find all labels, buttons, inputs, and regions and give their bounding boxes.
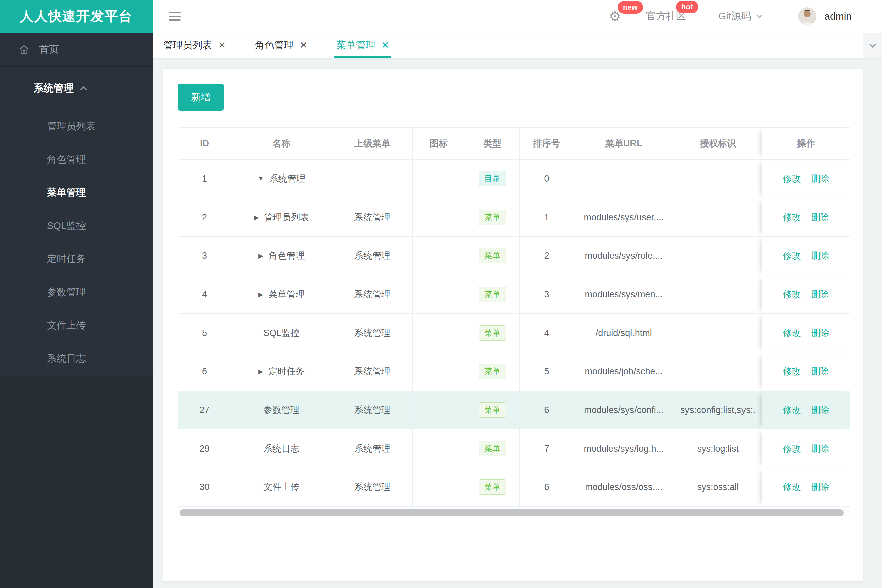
tree-toggle-icon[interactable]: ▶ [258, 291, 263, 298]
delete-link[interactable]: 删除 [811, 327, 829, 339]
tab[interactable]: 管理员列表 ✕ [163, 33, 226, 58]
cell-type: 菜单 [465, 237, 520, 275]
tab[interactable]: 角色管理 ✕ [254, 33, 307, 58]
column-header: 操作 [762, 128, 850, 160]
edit-link[interactable]: 修改 [783, 172, 801, 185]
cell-name: SQL监控 [231, 314, 332, 352]
cell-name: 文件上传 [231, 468, 332, 507]
edit-link[interactable]: 修改 [783, 442, 801, 454]
chevron-down-icon [869, 41, 876, 48]
tree-toggle-icon[interactable]: ▶ [258, 252, 263, 260]
tree-toggle-icon[interactable]: ▼ [258, 175, 264, 182]
sidebar-submenu-label: 管理员列表 [47, 120, 96, 133]
cell-icon [413, 391, 465, 429]
edit-link[interactable]: 修改 [783, 481, 801, 493]
topbar-right: ⚙ new 官方社区 hot Git源码 admin [609, 8, 852, 26]
cell-parent: 系统管理 [332, 352, 413, 391]
cell-icon [413, 352, 465, 391]
cell-sort: 2 [520, 237, 574, 275]
cell-auth [674, 275, 762, 314]
username[interactable]: admin [824, 11, 852, 22]
table-row: 27 参数管理 系统管理 菜单 6 modules/sys/confi... s… [178, 391, 850, 429]
horizontal-scrollbar-thumb[interactable] [180, 509, 844, 516]
git-source-menu[interactable]: Git源码 [718, 9, 761, 23]
sidebar-submenu-item[interactable]: 定时任务 [0, 242, 153, 276]
delete-link[interactable]: 删除 [811, 288, 829, 300]
cell-icon [413, 429, 465, 468]
sidebar-submenu-item[interactable]: 参数管理 [0, 276, 153, 309]
column-header: 菜单URL [574, 128, 674, 160]
cell-url: modules/sys/confi... [574, 391, 674, 429]
delete-link[interactable]: 删除 [811, 365, 829, 378]
sidebar-submenu-item[interactable]: 角色管理 [0, 143, 153, 176]
sidebar-submenu-item[interactable]: 系统日志 [0, 342, 153, 375]
cell-id: 1 [178, 160, 231, 198]
cell-actions: 修改 删除 [762, 352, 850, 391]
new-badge: new [618, 1, 643, 14]
cell-type: 菜单 [465, 198, 520, 237]
edit-link[interactable]: 修改 [783, 404, 801, 416]
edit-link[interactable]: 修改 [783, 288, 801, 300]
cell-type: 目录 [465, 160, 520, 198]
community-link[interactable]: 官方社区 hot [646, 9, 686, 23]
add-button[interactable]: 新增 [178, 84, 224, 111]
horizontal-scrollbar-track[interactable] [178, 509, 850, 516]
cell-type: 菜单 [465, 352, 520, 391]
sidebar-submenu-item[interactable]: 菜单管理 [0, 176, 153, 209]
delete-link[interactable]: 删除 [811, 442, 829, 454]
cell-actions: 修改 删除 [762, 160, 850, 198]
tree-toggle-icon[interactable]: ▶ [258, 368, 263, 375]
cell-name: ▶ 角色管理 [231, 237, 332, 275]
cell-actions: 修改 删除 [762, 237, 850, 275]
tab[interactable]: 菜单管理 ✕ [337, 33, 389, 58]
tab-close-icon[interactable]: ✕ [218, 40, 226, 50]
edit-link[interactable]: 修改 [783, 211, 801, 223]
cell-id: 4 [178, 275, 231, 314]
edit-link[interactable]: 修改 [783, 250, 801, 262]
column-header-label: 名称 [272, 138, 290, 150]
cell-sort: 4 [520, 314, 574, 352]
cell-url: modules/oss/oss.... [574, 468, 674, 507]
cell-sort: 1 [520, 198, 574, 237]
main-content: 新增 ID 名称 上级菜单 图标 类型 排序号 菜单URL 授权标识 操作 1 … [153, 58, 882, 588]
sidebar-submenu-item[interactable]: SQL监控 [0, 209, 153, 242]
table-row: 2 ▶ 管理员列表 系统管理 菜单 1 modules/sys/user....… [178, 198, 850, 237]
sidebar-toggle-button[interactable] [169, 10, 181, 23]
menu-name: SQL监控 [263, 327, 299, 339]
sidebar: 人人快速开发平台 首页 系统管理 管理员列表 角色管理 菜单管理 SQL监控 定… [0, 0, 153, 588]
tree-toggle-icon[interactable]: ▶ [254, 213, 259, 221]
table-row: 30 文件上传 系统管理 菜单 6 modules/oss/oss.... sy… [178, 468, 850, 507]
column-header: 类型 [465, 128, 520, 160]
cell-name: ▼ 系统管理 [231, 160, 332, 198]
tab-close-icon[interactable]: ✕ [381, 40, 389, 50]
delete-link[interactable]: 删除 [811, 211, 829, 223]
delete-link[interactable]: 删除 [811, 250, 829, 262]
sidebar-group-system[interactable]: 系统管理 [0, 67, 153, 110]
cell-sort: 5 [520, 352, 574, 391]
tab-label: 管理员列表 [163, 39, 212, 52]
delete-link[interactable]: 删除 [811, 481, 829, 493]
menu-name: 系统管理 [269, 172, 305, 185]
sidebar-item-home[interactable]: 首页 [0, 33, 153, 67]
cell-sort: 3 [520, 275, 574, 314]
cell-actions: 修改 删除 [762, 275, 850, 314]
cell-icon [413, 160, 465, 198]
cell-actions: 修改 删除 [762, 391, 850, 429]
user-avatar[interactable] [798, 8, 816, 26]
tab-close-icon[interactable]: ✕ [299, 40, 307, 50]
tab-list-dropdown-button[interactable] [863, 33, 882, 58]
delete-link[interactable]: 删除 [811, 404, 829, 416]
edit-link[interactable]: 修改 [783, 365, 801, 378]
column-header: 名称 [231, 128, 332, 160]
column-header: 图标 [413, 128, 465, 160]
sidebar-submenu-item[interactable]: 管理员列表 [0, 110, 153, 143]
cell-url [574, 160, 674, 198]
menu-name: 系统日志 [263, 442, 299, 454]
edit-link[interactable]: 修改 [783, 327, 801, 339]
sidebar-submenu-item[interactable]: 文件上传 [0, 309, 153, 342]
cell-id: 2 [178, 198, 231, 237]
cell-url: modules/sys/men... [574, 275, 674, 314]
cell-auth [674, 237, 762, 275]
delete-link[interactable]: 删除 [811, 172, 829, 185]
settings-button[interactable]: ⚙ new [609, 10, 621, 23]
